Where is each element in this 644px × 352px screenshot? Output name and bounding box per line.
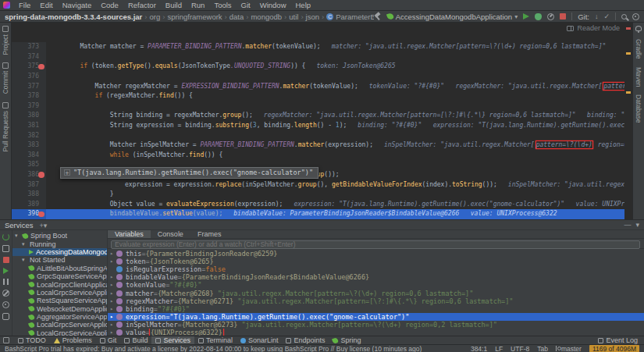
code-line[interactable]: 381String expression = binding.substring…: [12, 121, 632, 131]
service-tree-item[interactable]: LocalGrpcServerApplication: [12, 321, 107, 329]
run-config-select[interactable]: AccessingDataMongodbApplication ▾: [387, 12, 518, 21]
breadcrumb-item[interactable]: data: [229, 12, 244, 21]
event-log-tab[interactable]: Event Log: [598, 336, 641, 344]
code-line[interactable]: 389Object value = evaluateExpression(exp…: [12, 200, 632, 210]
build-icon[interactable]: [2, 245, 9, 252]
tool-window-tab-problems[interactable]: Problems: [50, 336, 96, 344]
service-tree-item[interactable]: LocalGrpcServiceApplication: [12, 289, 107, 297]
menu-item-run[interactable]: Run: [187, 1, 209, 9]
breakpoint-icon[interactable]: [38, 212, 44, 218]
git-branch[interactable]: master: [556, 345, 582, 352]
tool-strip-item-commit[interactable]: Commit: [2, 62, 9, 94]
stop-icon[interactable]: [3, 257, 9, 263]
search-icon[interactable]: [621, 14, 627, 20]
tool-window-switcher-icon[interactable]: [3, 337, 9, 343]
error-stripe-mark[interactable]: [626, 27, 631, 30]
build-project-icon[interactable]: [374, 12, 382, 20]
menu-item-code[interactable]: Code: [96, 1, 123, 9]
variable-row[interactable]: ▸bindableValue = {ParameterBindingJsonRe…: [108, 273, 644, 281]
warning-stripe-mark[interactable]: [626, 91, 631, 94]
services-header-icon[interactable]: ▾: [44, 222, 48, 229]
debugger-tab-variables[interactable]: Variables: [108, 230, 151, 238]
code-line[interactable]: 373Matcher matcher = PARAMETER_BINDING_P…: [12, 42, 632, 52]
variable-row[interactable]: ▸inSpelMatcher = {Matcher@6273} "java.ut…: [108, 321, 644, 329]
tool-strip-item-pull-requests[interactable]: Pull Requests: [2, 102, 9, 151]
tool-window-tab-git[interactable]: Git: [96, 336, 121, 344]
tool-strip-item-gradle[interactable]: Gradle: [635, 39, 642, 59]
tool-window-tab-build[interactable]: Build: [120, 336, 151, 344]
breadcrumb-item[interactable]: spring-data-mongodb-3.3.4-sources.jar: [5, 12, 142, 21]
indent-style[interactable]: Tab: [537, 345, 548, 352]
code-line[interactable]: 388}: [12, 190, 632, 200]
mute-icon[interactable]: [2, 290, 9, 297]
tool-window-tab-sonarlint[interactable]: SonarLint: [237, 336, 283, 344]
variable-row[interactable]: ▸binding = "?#{#0}": [108, 305, 644, 313]
line-separator[interactable]: LF: [495, 345, 503, 352]
variable-row[interactable]: isRegularExpression = false: [108, 265, 644, 273]
memory-indicator[interactable]: 1169 of 4096M: [589, 345, 639, 352]
menu-item-navigate[interactable]: Navigate: [58, 1, 97, 9]
variable-row[interactable]: ▸regexMatcher = {Matcher@6271} "java.uti…: [108, 297, 644, 305]
hide-panel-icon[interactable]: ▾: [635, 221, 639, 229]
menu-item-edit[interactable]: Edit: [35, 1, 57, 9]
breadcrumb-item[interactable]: mongodb: [251, 12, 282, 21]
service-tree-item[interactable]: AggregatorServiceApplication: [12, 313, 107, 321]
tool-window-tab-terminal[interactable]: Terminal: [194, 336, 237, 344]
breadcrumb-item[interactable]: org: [149, 12, 160, 21]
service-tree-item[interactable]: AccessingDataMongodbApplic: [12, 248, 107, 256]
tool-window-tab-spring[interactable]: Spring: [329, 336, 365, 344]
breadcrumb-item[interactable]: util: [289, 12, 298, 21]
file-encoding[interactable]: UTF-8: [511, 345, 529, 352]
pause-icon[interactable]: [3, 279, 9, 285]
resume-icon[interactable]: [3, 268, 9, 274]
tool-strip-item-project[interactable]: Project: [2, 26, 9, 55]
warning-stripe-mark[interactable]: [626, 52, 631, 55]
service-tree-item[interactable]: RestSquareServiceApplication: [12, 297, 107, 304]
debug-button[interactable]: [535, 13, 542, 20]
reader-mode-toggle[interactable]: Reader Mode: [567, 23, 620, 34]
run-button[interactable]: [523, 13, 529, 20]
camera-icon[interactable]: [2, 313, 9, 320]
tool-window-tab-services[interactable]: Services: [151, 336, 194, 344]
tool-window-tab-endpoints[interactable]: Endpoints: [282, 336, 329, 344]
variable-row[interactable]: ▸value = {UNIXProcess@6322}: [108, 329, 644, 336]
code-line[interactable]: 380String binding = regexMatcher.group()…: [12, 111, 632, 121]
code-line[interactable]: 383Matcher inSpelMatcher = PARAMETER_BIN…: [12, 140, 632, 151]
service-tree-item[interactable]: LocalGrpcClientApplication: [12, 280, 107, 288]
code-line[interactable]: 376: [12, 72, 632, 82]
expand-icon[interactable]: +: [64, 169, 70, 176]
editor-scroll-stripe[interactable]: [624, 23, 632, 219]
service-tree-item[interactable]: GrpcSquareServiceApplication: [12, 272, 107, 280]
menu-item-tools[interactable]: Tools: [209, 1, 236, 9]
menu-item-help[interactable]: Help: [291, 1, 316, 9]
git-commit-icon[interactable]: ✓: [603, 12, 610, 20]
debugger-tab-frames[interactable]: Frames: [190, 230, 229, 238]
code-editor[interactable]: 373Matcher matcher = PARAMETER_BINDING_P…: [12, 23, 632, 219]
variable-row[interactable]: ▸expression = "T(java.lang.Runtime).getR…: [108, 313, 644, 321]
breadcrumb-item[interactable]: json: [306, 12, 319, 21]
code-line[interactable]: 378if (regexMatcher.find()) {: [12, 91, 632, 101]
settings-icon[interactable]: [632, 13, 639, 20]
cursor-position[interactable]: 384:1: [471, 345, 487, 352]
service-tree-item[interactable]: ▾Spring Boot: [12, 232, 107, 240]
stop-button[interactable]: [560, 13, 566, 20]
breakpoint-icon[interactable]: [38, 64, 44, 70]
breakpoint-icon[interactable]: [38, 172, 44, 178]
menu-item-git[interactable]: Git: [237, 1, 255, 9]
menu-item-refactor[interactable]: Refactor: [123, 1, 161, 9]
variable-row[interactable]: ▸this = {ParameterBindingJsonReader@6259…: [108, 250, 644, 258]
status-message[interactable]: BashScript Pro trial has expired: Buy an…: [5, 345, 463, 352]
tool-window-tab-todo[interactable]: TODO: [14, 336, 50, 344]
code-line[interactable]: 375if (token.getType().equals(JsonTokenT…: [12, 62, 632, 72]
notifications-icon[interactable]: [635, 26, 642, 31]
rerun-icon[interactable]: [2, 233, 9, 240]
code-line[interactable]: 374: [12, 52, 632, 62]
profiler-button[interactable]: [547, 13, 554, 20]
variable-row[interactable]: ▸matcher = {Matcher@6268} "java.util.reg…: [108, 289, 644, 297]
code-line[interactable]: 390bindableValue.setValue(value);bindabl…: [12, 209, 632, 219]
variable-row[interactable]: ▸token = {JsonToken@6265}: [108, 258, 644, 265]
breadcrumb-item[interactable]: springframework: [167, 12, 222, 21]
code-line[interactable]: 377Matcher regexMatcher = EXPRESSION_BIN…: [12, 82, 632, 92]
code-line[interactable]: 387expression = expression.replace(inSpe…: [12, 180, 632, 190]
service-tree-item[interactable]: ▾Not Started: [12, 256, 107, 264]
